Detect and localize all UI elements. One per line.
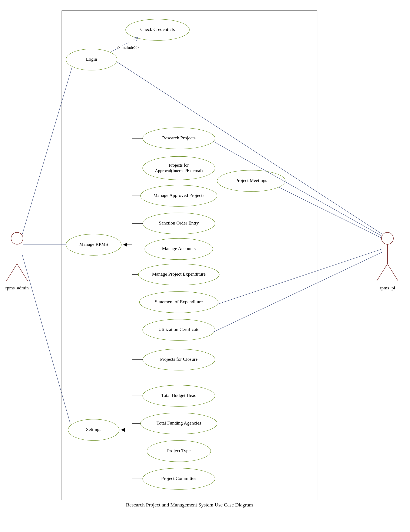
tree-settings [121,396,147,479]
usecase-utilization-certificate-label: Utilization Certificate [158,327,199,332]
actor-rpms-admin [4,232,30,281]
usecase-login-label: Login [86,57,97,62]
usecase-total-budget-head-label: Total Budget Head [161,393,197,398]
actor-pi-label: rpms_pi [380,285,395,290]
svg-point-0 [11,232,23,244]
use-case-diagram: Research Project and Management System U… [0,0,410,532]
usecase-project-meetings-label: Project Meetings [235,178,267,183]
tree-manage-rpms [124,138,145,360]
svg-line-35 [217,249,382,304]
usecase-total-funding-agencies-label: Total Funding Agencies [156,420,201,426]
diagram-caption: Research Project and Management System U… [126,502,253,508]
svg-line-4 [17,264,28,281]
svg-line-36 [213,252,382,332]
usecase-projects-for-closure-label: Projects for Closure [160,356,198,362]
svg-line-29 [22,66,72,234]
usecase-projects-for-approval-label-l2: Approval(Internal/External) [155,168,203,173]
usecase-project-type-label: Project Type [167,448,191,453]
svg-line-31 [22,255,70,423]
usecase-sanction-order-entry-label: Sanction Order Entry [159,220,199,226]
svg-marker-24 [121,428,125,432]
actor-rpms-pi [375,232,400,281]
usecase-statement-of-expenditure-label: Statement of Expenditure [155,299,203,304]
usecase-manage-project-expenditure-label: Manage Project Expenditure [152,271,206,277]
usecase-check-credentials-label: Check Credentials [140,27,175,32]
svg-marker-12 [124,243,127,247]
usecase-project-committee-label: Project Committee [161,475,197,481]
usecase-settings-label: Settings [86,427,101,432]
svg-line-3 [6,264,17,281]
usecase-projects-for-approval-label-l1: Projects for [169,163,189,168]
usecase-manage-rpms-label: Manage RPMS [79,242,108,247]
svg-line-8 [377,264,387,281]
edges-admin [22,66,72,423]
svg-line-32 [117,62,382,234]
usecase-manage-approved-projects-label: Manage Approved Projects [153,193,204,198]
actor-admin-label: rpms_admin [5,285,29,290]
usecase-research-projects-label: Research Projects [162,135,196,141]
svg-line-34 [279,187,382,238]
svg-point-5 [381,232,393,244]
usecase-manage-accounts-label: Manage Accounts [162,246,196,251]
svg-line-9 [387,264,398,281]
include-label: <<include>> [117,45,139,50]
